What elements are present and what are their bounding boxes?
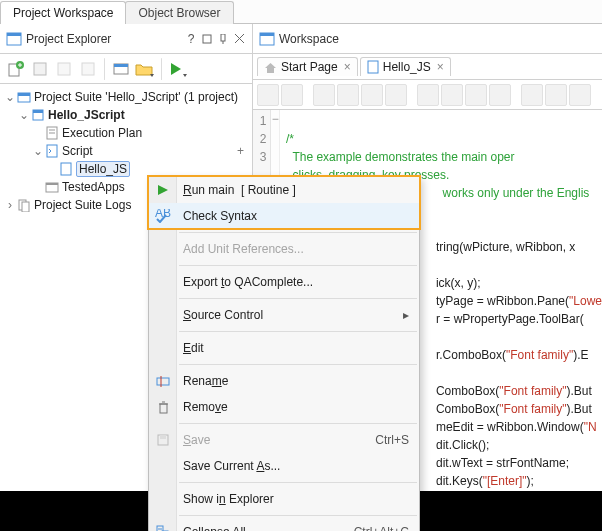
context-menu: RRun main [ Routine ]un main [ Routine ]… xyxy=(148,176,420,531)
tree-script[interactable]: ⌄ Script + xyxy=(2,142,250,160)
add-button[interactable] xyxy=(29,58,51,80)
rename-icon xyxy=(154,372,172,390)
close-icon[interactable] xyxy=(232,32,246,46)
shortcut: Ctrl+Alt+C xyxy=(354,525,409,531)
tree-label: TestedApps xyxy=(62,180,125,194)
menu-show-in-explorer[interactable]: Show in ExplorerShow in Explorer xyxy=(149,486,419,512)
menu-save: SaveSave Ctrl+S xyxy=(149,427,419,453)
explorer-toolbar xyxy=(0,54,252,84)
ed-btn[interactable] xyxy=(465,84,487,106)
tree-label: Execution Plan xyxy=(62,126,142,140)
svg-rect-34 xyxy=(368,61,378,73)
tb-disabled-2 xyxy=(77,58,99,80)
ed-btn[interactable] xyxy=(281,84,303,106)
tree-project[interactable]: ⌄ Hello_JScript xyxy=(2,106,250,124)
tab-label: Start Page xyxy=(281,60,338,74)
save-icon xyxy=(154,431,172,449)
ed-btn[interactable] xyxy=(417,84,439,106)
tree-label: Project Suite 'Hello_JScript' (1 project… xyxy=(34,90,238,104)
window-pin-icon[interactable] xyxy=(216,32,230,46)
svg-rect-33 xyxy=(260,33,274,36)
new-item-button[interactable] xyxy=(5,58,27,80)
svg-rect-22 xyxy=(33,110,43,113)
folder-dropdown-button[interactable] xyxy=(134,58,156,80)
ed-btn[interactable] xyxy=(385,84,407,106)
close-tab-icon[interactable]: × xyxy=(437,60,444,74)
file-icon xyxy=(367,60,379,74)
tree-label: Hello_JScript xyxy=(48,108,125,122)
svg-rect-11 xyxy=(34,63,46,75)
tree-suite[interactable]: ⌄ Project Suite 'Hello_JScript' (1 proje… xyxy=(2,88,250,106)
svg-rect-43 xyxy=(160,435,166,439)
twisty-icon[interactable]: ⌄ xyxy=(18,108,30,122)
editor-toolbar xyxy=(253,80,602,110)
separator xyxy=(161,58,162,80)
menu-run-main[interactable]: RRun main [ Routine ]un main [ Routine ] xyxy=(149,177,419,203)
explorer-icon xyxy=(6,31,22,47)
svg-rect-1 xyxy=(7,33,21,36)
svg-rect-12 xyxy=(58,63,70,75)
svg-rect-27 xyxy=(61,163,71,175)
trash-icon xyxy=(154,398,172,416)
menu-export-qacomplete[interactable]: Export to QAComplete...Export to QACompl… xyxy=(149,269,419,295)
svg-rect-26 xyxy=(47,145,57,157)
submenu-arrow-icon: ▸ xyxy=(403,308,409,322)
ed-btn[interactable] xyxy=(361,84,383,106)
menu-source-control[interactable]: Source ControlSource Control ▸ xyxy=(149,302,419,328)
ed-btn[interactable] xyxy=(545,84,567,106)
ed-btn[interactable] xyxy=(521,84,543,106)
tab-hello-js[interactable]: Hello_JS × xyxy=(360,57,451,76)
ed-btn[interactable] xyxy=(257,84,279,106)
svg-rect-2 xyxy=(203,35,211,43)
ed-btn[interactable] xyxy=(441,84,463,106)
svg-rect-39 xyxy=(160,404,167,413)
project-icon xyxy=(30,107,46,123)
menu-save-as[interactable]: Save Current As...Save Current As... xyxy=(149,453,419,479)
twisty-icon[interactable]: ⌄ xyxy=(32,144,44,158)
svg-rect-20 xyxy=(18,93,30,96)
svg-rect-37 xyxy=(157,378,169,385)
script-icon xyxy=(44,143,60,159)
menu-rename[interactable]: RenameRename xyxy=(149,368,419,394)
svg-marker-35 xyxy=(158,185,168,195)
menu-edit[interactable]: EditEdit xyxy=(149,335,419,361)
tree-label: Project Suite Logs xyxy=(34,198,131,212)
twisty-icon[interactable]: ⌄ xyxy=(4,90,16,104)
tab-project-workspace[interactable]: Project Workspace xyxy=(0,1,126,24)
tree-execution-plan[interactable]: Execution Plan xyxy=(2,124,250,142)
svg-rect-13 xyxy=(82,63,94,75)
top-tab-bar: Project Workspace Object Browser xyxy=(0,0,602,24)
document-tabs: Start Page × Hello_JS × xyxy=(253,54,602,80)
menu-remove[interactable]: RemoveRemove xyxy=(149,394,419,420)
menu-add-unit-refs: Add Unit References... xyxy=(149,236,419,262)
collapse-icon xyxy=(154,523,172,531)
check-icon: ABC xyxy=(154,207,172,225)
home-icon xyxy=(264,61,277,74)
close-tab-icon[interactable]: × xyxy=(344,60,351,74)
plan-icon xyxy=(44,125,60,141)
add-script-button[interactable]: + xyxy=(237,144,250,158)
tb-disabled-1 xyxy=(53,58,75,80)
ed-btn[interactable] xyxy=(337,84,359,106)
ed-btn[interactable] xyxy=(489,84,511,106)
tab-start-page[interactable]: Start Page × xyxy=(257,57,358,76)
shortcut: Ctrl+S xyxy=(375,433,409,447)
workspace-icon xyxy=(259,31,275,47)
svg-marker-18 xyxy=(183,74,187,77)
ed-btn[interactable] xyxy=(313,84,335,106)
svg-rect-29 xyxy=(46,183,58,185)
ed-btn[interactable] xyxy=(569,84,591,106)
view-button[interactable] xyxy=(110,58,132,80)
window-float-icon[interactable] xyxy=(200,32,214,46)
svg-rect-3 xyxy=(221,34,225,41)
svg-rect-31 xyxy=(22,202,29,212)
twisty-icon[interactable]: › xyxy=(4,198,16,212)
run-dropdown-button[interactable] xyxy=(167,58,189,80)
file-icon xyxy=(58,161,74,177)
tab-object-browser[interactable]: Object Browser xyxy=(125,1,233,24)
menu-collapse-all[interactable]: Collapse AllCollapse All Ctrl+Alt+C xyxy=(149,519,419,531)
tree-label: Script xyxy=(62,144,93,158)
help-icon[interactable]: ? xyxy=(184,32,198,46)
svg-marker-17 xyxy=(171,63,181,75)
menu-check-syntax[interactable]: ABC Check Syntax xyxy=(149,203,419,229)
